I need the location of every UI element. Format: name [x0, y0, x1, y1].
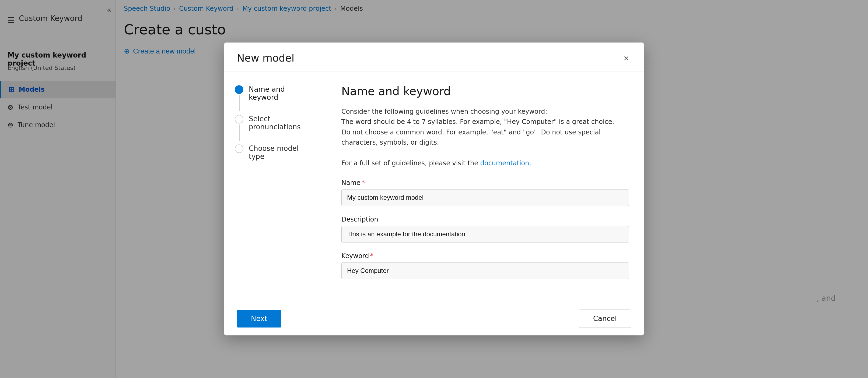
next-button[interactable]: Next	[237, 310, 281, 328]
keyword-label: Keyword*	[341, 252, 629, 260]
description-label-text: Description	[341, 216, 378, 224]
guideline-line3: Do not choose a common word. For example…	[341, 129, 601, 146]
step-3: Choose model type	[235, 144, 315, 161]
new-model-dialog: New model × Name and keyword Select pron…	[224, 42, 644, 335]
modal-footer: Next Cancel	[224, 302, 644, 336]
content-heading: Name and keyword	[341, 85, 629, 98]
step-2-indicator	[235, 115, 243, 124]
step-2: Select pronunciations	[235, 114, 315, 131]
description-input[interactable]	[341, 226, 629, 243]
guideline-line2: The word should be 4 to 7 syllables. For…	[341, 118, 614, 126]
modal-title: New model	[237, 52, 294, 64]
description-label: Description	[341, 216, 629, 224]
name-label-text: Name	[341, 179, 361, 187]
step-3-label[interactable]: Choose model type	[249, 144, 315, 161]
modal-close-button[interactable]: ×	[621, 53, 631, 64]
content-panel: Name and keyword Consider the following …	[326, 72, 644, 302]
close-icon: ×	[624, 53, 629, 63]
guideline-line1: Consider the following guidelines when c…	[341, 108, 547, 115]
name-form-group: Name*	[341, 179, 629, 206]
name-input[interactable]	[341, 190, 629, 206]
keyword-input[interactable]	[341, 263, 629, 279]
step-1-indicator	[235, 85, 243, 94]
guideline-line4: For a full set of guidelines, please vis…	[341, 160, 478, 167]
step-3-indicator	[235, 144, 243, 153]
step-1: Name and keyword	[235, 85, 315, 101]
name-required-marker: *	[362, 179, 365, 187]
modal-body: Name and keyword Select pronunciations C…	[224, 72, 644, 302]
name-label: Name*	[341, 179, 629, 187]
step-1-label[interactable]: Name and keyword	[249, 85, 315, 101]
steps-panel: Name and keyword Select pronunciations C…	[224, 72, 326, 302]
keyword-form-group: Keyword*	[341, 252, 629, 279]
modal-header: New model ×	[224, 42, 644, 72]
keyword-label-text: Keyword	[341, 252, 369, 260]
description-form-group: Description	[341, 216, 629, 243]
documentation-link[interactable]: documentation.	[480, 160, 531, 167]
cancel-button[interactable]: Cancel	[579, 310, 631, 328]
step-2-label[interactable]: Select pronunciations	[249, 114, 315, 131]
guidelines-text: Consider the following guidelines when c…	[341, 106, 629, 168]
keyword-required-marker: *	[370, 252, 373, 260]
